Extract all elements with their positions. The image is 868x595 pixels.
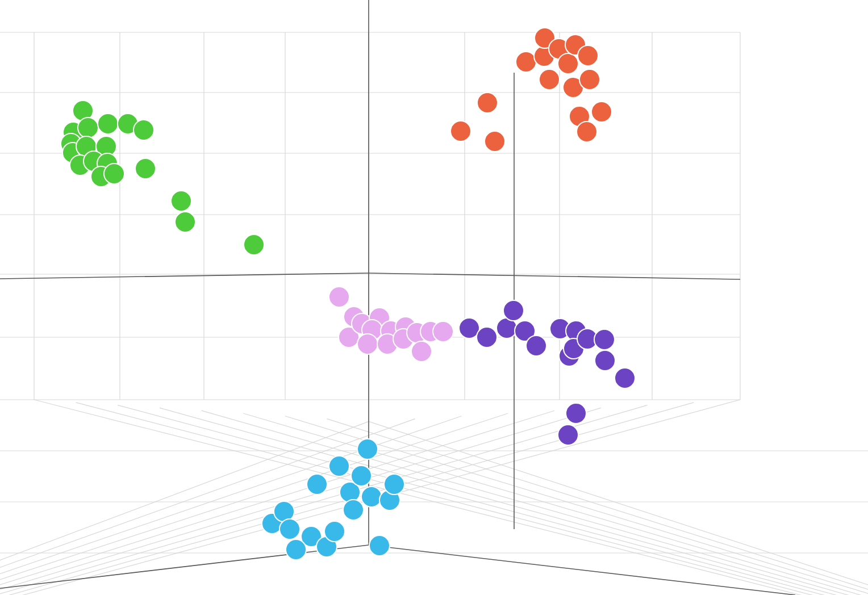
data-point [433,321,453,342]
data-point [175,212,195,232]
data-point [578,45,598,66]
scene-svg[interactable] [0,0,868,595]
data-point [133,120,154,140]
data-point [558,53,578,74]
data-point [98,114,118,134]
data-point [357,334,378,354]
data-point [361,487,382,507]
data-point [279,519,300,539]
data-point [477,327,497,347]
data-point [343,500,364,520]
data-point [526,336,546,356]
data-point [324,521,345,542]
data-point [579,69,600,90]
data-point [450,121,471,141]
svg-line-37 [0,410,554,595]
data-point [78,118,98,138]
data-point [307,474,327,495]
data-point [369,535,390,556]
svg-line-25 [76,403,868,595]
chart-3d-scatter[interactable] [0,0,868,595]
data-point [329,287,349,307]
data-point [577,121,597,142]
data-point [539,69,560,90]
svg-line-33 [0,421,369,595]
data-point [329,456,349,476]
data-point [244,234,264,255]
svg-line-29 [243,413,868,595]
data-point [485,131,505,152]
data-point [384,474,404,495]
svg-line-48 [0,545,369,595]
data-point [591,102,612,122]
data-point [558,425,578,445]
svg-line-24 [34,400,868,595]
data-point [351,466,372,486]
data-point [411,341,432,362]
data-point [357,439,378,459]
svg-line-38 [0,408,601,595]
data-point [171,191,191,211]
data-point [594,329,615,350]
svg-line-36 [0,413,508,595]
data-point [595,350,615,371]
data-point [104,164,124,184]
data-point [566,403,586,424]
svg-line-32 [369,421,868,595]
data-point [135,158,156,179]
data-point [615,368,635,388]
data-point [286,539,306,560]
data-point [516,52,536,72]
data-point [503,300,524,321]
data-point [477,93,498,113]
